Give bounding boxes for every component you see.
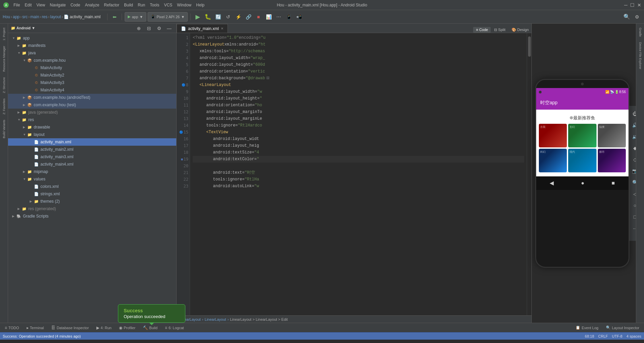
panel-filter-btn[interactable]: ⊟ <box>145 24 153 33</box>
menu-analyze[interactable]: Analyze <box>83 2 101 8</box>
sidebar-item-project[interactable]: 1: Project <box>1 25 7 43</box>
tree-item-activity-main[interactable]: 📄 activity_main.xml <box>8 138 176 146</box>
tree-item-package-hou[interactable]: ▼ 📦 com.example.hou <box>8 57 176 64</box>
tree-item-values[interactable]: ▼ 📁 values <box>8 175 176 183</box>
attach-button[interactable]: 🔗 <box>244 12 253 21</box>
tree-item-mainactivity4[interactable]: © MainActivity4 <box>8 86 176 94</box>
breadcrumb-layout[interactable]: layout <box>50 15 61 19</box>
tree-item-activity-main2[interactable]: 📄 activity_main2.xml <box>8 146 176 153</box>
menu-refactor[interactable]: Refactor <box>102 2 121 8</box>
sync2-button[interactable]: ↺ <box>224 12 233 21</box>
profile-button[interactable]: ⚡ <box>234 12 243 21</box>
sidebar-item-favorites[interactable]: Z: Favorites <box>1 96 7 117</box>
sidebar-item-structure[interactable]: Z: Structure <box>1 75 7 96</box>
bottom-tab-logcat[interactable]: ≡ 6: Logcat <box>161 323 187 332</box>
more-devices[interactable]: ⋯ <box>274 12 283 21</box>
app-config-button[interactable]: ▶ app ▼ <box>125 12 146 22</box>
green-arrow-button[interactable]: ⬅ <box>110 12 119 21</box>
panel-header-actions[interactable]: ⊕ ⊟ ⚙ — <box>134 24 174 33</box>
debug-button[interactable]: 🐛 <box>204 12 212 21</box>
menu-navigate[interactable]: Navigate <box>48 2 68 8</box>
tree-item-res-generated[interactable]: ▶ 📁 res (generated) <box>8 205 176 212</box>
sidebar-item-gradle[interactable]: Gradle <box>638 25 643 39</box>
menu-view[interactable]: View <box>34 2 47 8</box>
device2-button[interactable]: 📲 <box>295 12 303 21</box>
menu-edit[interactable]: Edit <box>23 2 34 8</box>
bottom-tab-database[interactable]: 🗄 Database Inspector <box>48 323 92 332</box>
phone-preview: 📶 📡 🔋 8:56 时空app ❊最新推荐鱼 <box>531 24 636 323</box>
window-controls[interactable]: ─ ☐ ✕ <box>624 2 641 8</box>
tree-item-java[interactable]: ▼ 📁 java <box>8 49 176 57</box>
bottom-tab-event-log[interactable]: 📋 Event Log <box>572 323 602 332</box>
view-btn-design[interactable]: 🎨 Design <box>509 27 531 33</box>
view-btn-split[interactable]: ⊟ Split <box>491 27 508 33</box>
bottom-tab-terminal[interactable]: ▸ Terminal <box>23 323 48 332</box>
sidebar-item-device-file[interactable]: Device File Explorer <box>638 39 643 72</box>
sidebar-item-resource[interactable]: Resource Manager <box>1 43 7 75</box>
search-everywhere-button[interactable]: 🔍 <box>622 12 631 21</box>
breadcrumb-src[interactable]: src <box>22 15 28 19</box>
breadcrumb-linearlayout-2[interactable]: LinearLayout <box>205 317 226 321</box>
menu-run[interactable]: Run <box>136 2 147 8</box>
menu-vcs[interactable]: VCS <box>162 2 175 8</box>
tree-item-strings[interactable]: 📄 strings.xml <box>8 190 176 198</box>
tree-item-drawable[interactable]: ▶ 📁 drawable <box>8 123 176 131</box>
tree-item-mainactivity[interactable]: © MainActivity <box>8 64 176 72</box>
tree-item-themes[interactable]: ▶ 📁 themes (2) <box>8 198 176 205</box>
tree-item-manifests[interactable]: ▶ 📁 manifests <box>8 42 176 49</box>
nav-recent[interactable]: ■ <box>612 180 615 186</box>
sidebar-item-build-variants[interactable]: Build Variants <box>1 117 7 141</box>
run-button[interactable]: ▶ <box>193 12 202 21</box>
panel-settings-btn[interactable]: ⚙ <box>155 24 163 33</box>
breadcrumb-main[interactable]: main <box>30 15 39 19</box>
tree-item-colors[interactable]: 📄 colors.xml <box>8 183 176 190</box>
tree-item-test[interactable]: ▶ 📦 com.example.hou (test) <box>8 101 176 109</box>
menu-tools[interactable]: Tools <box>148 2 161 8</box>
breadcrumb-hou[interactable]: Hou <box>3 15 10 19</box>
status-charset: UTF-8 <box>612 334 622 338</box>
maximize-button[interactable]: ☐ <box>630 2 635 8</box>
vertical-scrollbar[interactable] <box>527 33 531 315</box>
menu-bar[interactable]: File Edit View Navigate Code Analyze Ref… <box>11 2 207 8</box>
menu-build[interactable]: Build <box>122 2 135 8</box>
tree-item-androidtest[interactable]: ▶ 📦 com.example.hou (androidTest) <box>8 94 176 101</box>
code-editor[interactable]: <?xml version="1.0" encoding="u <LinearL… <box>190 33 527 315</box>
tab-close-icon[interactable]: ✕ <box>221 27 223 30</box>
editor-tab-activity-main[interactable]: 📄 activity_main.xml ✕ <box>177 24 228 33</box>
tree-item-activity-main4[interactable]: 📄 activity_main4.xml <box>8 161 176 168</box>
tree-item-layout[interactable]: ▼ 📁 layout <box>8 131 176 138</box>
nav-home[interactable]: ● <box>581 180 584 186</box>
breadcrumb-file[interactable]: 📄 activity_main.xml <box>64 15 101 19</box>
breadcrumb-app[interactable]: app <box>13 15 20 19</box>
menu-code[interactable]: Code <box>68 2 82 8</box>
minimize-button[interactable]: ─ <box>624 2 627 8</box>
bottom-tab-run[interactable]: ▶ 4: Run <box>93 323 115 332</box>
bottom-tab-profiler[interactable]: ◉ Profiler <box>116 323 139 332</box>
breadcrumb-edit[interactable]: LinearLayout > LinearLayout > Edit <box>230 317 288 321</box>
view-btn-code[interactable]: ≡ Code <box>473 27 491 33</box>
tree-item-app[interactable]: ▼ 📁 app <box>8 34 176 42</box>
menu-window[interactable]: Window <box>175 2 193 8</box>
tree-item-mipmap[interactable]: ▶ 📁 mipmap <box>8 168 176 175</box>
menu-file[interactable]: File <box>11 2 22 8</box>
device-selector[interactable]: 📱 Pixel 2 API 26 ▼ <box>148 12 188 22</box>
breadcrumb-res[interactable]: res <box>42 15 48 19</box>
tree-item-mainactivity3[interactable]: © MainActivity3 <box>8 79 176 86</box>
mirror-button[interactable]: 📱 <box>284 12 293 21</box>
bottom-tab-layout-inspector[interactable]: 🔍 Layout Inspector <box>603 323 643 332</box>
close-button[interactable]: ✕ <box>637 2 641 8</box>
tree-item-gradle[interactable]: ▶ 🐘 Gradle Scripts <box>8 212 176 220</box>
tree-item-activity-main3[interactable]: 📄 activity_main3.xml <box>8 153 176 161</box>
tree-item-mainactivity2[interactable]: © MainActivity2 <box>8 72 176 79</box>
nav-back[interactable]: ◀ <box>550 180 554 186</box>
stop-button[interactable]: ■ <box>254 12 263 21</box>
settings-button[interactable]: ⚙ <box>633 12 641 21</box>
menu-help[interactable]: Help <box>194 2 207 8</box>
panel-collapse-btn[interactable]: — <box>165 24 174 33</box>
sync-button[interactable]: 🔄 <box>214 12 222 21</box>
tree-item-java-generated[interactable]: ▶ 📁 java (generated) <box>8 109 176 116</box>
panel-add-btn[interactable]: ⊕ <box>134 24 143 33</box>
coverage-button[interactable]: 📊 <box>264 12 273 21</box>
tree-item-res[interactable]: ▼ 📁 res <box>8 116 176 123</box>
bottom-tab-todo[interactable]: ≡ TODO <box>1 323 23 332</box>
